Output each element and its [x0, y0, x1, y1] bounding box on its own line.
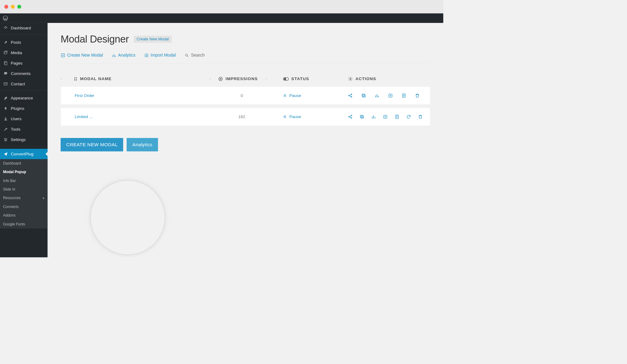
sidebar-item-settings[interactable]: Settings [0, 135, 48, 145]
sidebar-item-plugins[interactable]: Plugins [0, 103, 48, 114]
svg-rect-21 [363, 95, 365, 97]
submenu-label: Addons [3, 214, 16, 217]
sidebar-item-appearance[interactable]: Appearance [0, 93, 48, 103]
sidebar-item-media[interactable]: Media [0, 48, 48, 58]
copy-icon[interactable] [359, 114, 364, 119]
submenu-label: Google Fonts [3, 222, 25, 226]
submenu-connects[interactable]: Connects [0, 202, 48, 211]
sidebar-item-convertplug[interactable]: ConvertPlug [0, 149, 48, 159]
trash-icon[interactable] [415, 93, 420, 98]
sidebar-item-label: ConvertPlug [11, 152, 33, 157]
submenu-resources[interactable]: Resources▾ [0, 194, 48, 202]
analytics-icon [112, 53, 117, 58]
media-icon [3, 50, 8, 55]
bottom-actions: CREATE NEW MODAL Analytics [61, 138, 430, 151]
sidebar-submenu: Dashboard Modal Popup Info Bar Slide In … [0, 159, 48, 202]
status-pause[interactable]: Pause [283, 114, 348, 119]
status-pause[interactable]: Pause [283, 93, 348, 98]
gear-icon [348, 76, 353, 81]
share-icon[interactable] [348, 93, 353, 98]
sidebar-separator [0, 91, 48, 92]
copy-icon[interactable] [361, 93, 366, 98]
import-icon [144, 53, 149, 58]
toolbar-search[interactable]: Search [185, 53, 205, 58]
svg-point-16 [284, 78, 286, 80]
admin-sidebar: Dashboard Posts Media Pages Comments Con… [0, 23, 48, 257]
download-icon[interactable] [383, 114, 388, 119]
row-actions [348, 114, 430, 119]
sidebar-item-label: Dashboard [11, 26, 31, 31]
submenu-slide-in[interactable]: Slide In [0, 185, 48, 194]
sidebar-item-tools[interactable]: Tools [0, 124, 48, 135]
sidebar-item-label: Users [11, 117, 21, 121]
sidebar-item-posts[interactable]: Posts [0, 37, 48, 48]
notes-icon[interactable] [401, 93, 406, 98]
traffic-light-zoom[interactable] [17, 5, 21, 9]
sidebar-item-contact[interactable]: Contact [0, 79, 48, 89]
download-icon[interactable] [388, 93, 393, 98]
sidebar-item-users[interactable]: Users [0, 114, 48, 124]
submenu-modal-popup[interactable]: Modal Popup [0, 168, 48, 176]
submenu-google-fonts[interactable]: Google Fonts [0, 220, 48, 228]
mail-icon [3, 81, 8, 87]
sidebar-item-comments[interactable]: Comments [0, 68, 48, 79]
modal-name-link[interactable]: First Order [74, 93, 209, 98]
svg-point-7 [6, 139, 7, 140]
page-title: Modal Designer [61, 33, 129, 45]
page-heading: Modal Designer Create New Modal [61, 33, 430, 45]
sidebar-item-label: Pages [11, 61, 22, 66]
analytics-icon[interactable] [371, 114, 376, 119]
status-label: Pause [289, 93, 301, 98]
th-modal-name[interactable]: MODAL NAME [73, 76, 209, 81]
wordpress-logo-icon[interactable] [2, 15, 8, 21]
svg-point-5 [5, 117, 6, 119]
plus-square-icon [61, 53, 66, 58]
traffic-light-close[interactable] [4, 5, 8, 9]
bookmark-icon [73, 76, 77, 81]
speedometer-icon [3, 25, 8, 31]
submenu-label: Resources [3, 196, 21, 200]
th-label: STATUS [291, 76, 309, 81]
sidebar-item-label: Comments [11, 71, 31, 76]
sidebar-item-label: Appearance [11, 96, 33, 101]
traffic-light-minimize[interactable] [11, 5, 15, 9]
toolbar-import-modal[interactable]: Import Modal [144, 53, 176, 58]
svg-rect-28 [361, 116, 364, 118]
browser-chrome [0, 0, 443, 13]
chevron-right-icon: › [209, 77, 211, 81]
submenu-dashboard[interactable]: Dashboard [0, 159, 48, 168]
pin-icon [3, 40, 8, 45]
svg-point-12 [186, 54, 188, 56]
svg-rect-4 [5, 62, 7, 65]
toolbar-create-new-modal[interactable]: Create New Modal [61, 53, 103, 58]
pages-icon [3, 61, 8, 66]
chevron-right-icon: › [266, 77, 267, 81]
submenu-addons[interactable]: Addons [0, 211, 48, 220]
wp-admin-bar [0, 13, 443, 23]
notes-icon[interactable] [395, 114, 400, 119]
sidebar-item-dashboard[interactable]: Dashboard [0, 23, 48, 33]
refresh-icon[interactable] [406, 114, 411, 119]
th-impressions[interactable]: IMPRESSIONS [218, 76, 266, 81]
main-content: Modal Designer Create New Modal Create N… [48, 23, 443, 257]
trash-icon[interactable] [418, 114, 423, 119]
svg-point-17 [350, 78, 351, 80]
share-icon[interactable] [348, 114, 353, 119]
th-status[interactable]: STATUS [283, 76, 348, 81]
search-icon [185, 53, 190, 58]
create-new-modal-button[interactable]: CREATE NEW MODAL [61, 138, 123, 151]
brush-icon [3, 95, 8, 101]
analytics-icon[interactable] [375, 93, 380, 98]
impressions-value: 182 [218, 114, 266, 119]
toolbar-analytics[interactable]: Analytics [112, 53, 136, 58]
tutorial-highlight [91, 181, 164, 254]
sidebar-separator [0, 35, 48, 36]
analytics-button[interactable]: Analytics [127, 138, 158, 151]
modal-name-link[interactable]: Limited … [74, 114, 209, 119]
create-new-modal-title-action[interactable]: Create New Modal [133, 35, 172, 43]
impressions-value: 0 [218, 93, 266, 98]
sidebar-item-pages[interactable]: Pages [0, 58, 48, 68]
chevron-right-icon: › [61, 77, 62, 81]
toolbar-label: Analytics [118, 53, 136, 58]
submenu-info-bar[interactable]: Info Bar [0, 176, 48, 185]
